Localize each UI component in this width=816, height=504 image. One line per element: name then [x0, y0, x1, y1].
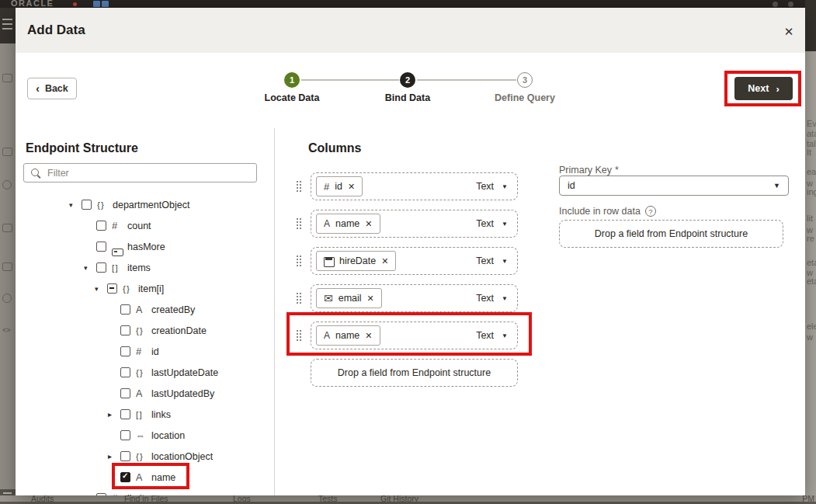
- row-data-drop-target[interactable]: Drop a field from Endpoint structure: [559, 220, 783, 248]
- checkbox[interactable]: [120, 346, 130, 356]
- column-row[interactable]: email ✕ Text ▼: [311, 284, 518, 312]
- column-type-dropdown[interactable]: Text ▼: [476, 255, 508, 266]
- checkbox[interactable]: [96, 493, 106, 495]
- expand-arrow-icon[interactable]: [84, 264, 96, 272]
- field-chip-name[interactable]: name ✕: [316, 214, 380, 234]
- chevron-down-icon: ▼: [502, 221, 508, 228]
- tree-item-label: createdBy: [151, 304, 195, 315]
- column-row[interactable]: name ✕ Text ▼: [311, 322, 518, 349]
- expand-arrow-icon[interactable]: [108, 452, 120, 461]
- checkbox[interactable]: [96, 262, 106, 273]
- expand-arrow-icon[interactable]: [95, 285, 107, 293]
- database-icon: [2, 224, 12, 232]
- drag-handle-icon[interactable]: [296, 255, 301, 266]
- tree-item-items[interactable]: items: [16, 257, 274, 278]
- checkbox[interactable]: [120, 367, 130, 377]
- drag-handle-icon[interactable]: [296, 329, 301, 341]
- page-icon: [2, 74, 12, 82]
- field-chip-email[interactable]: email ✕: [316, 288, 382, 308]
- next-button[interactable]: Next ›: [734, 77, 793, 100]
- checkbox-indeterminate[interactable]: [107, 283, 117, 294]
- checkbox[interactable]: [82, 200, 92, 210]
- tree-item-locationObject[interactable]: locationObject: [16, 446, 274, 467]
- array-icon: [112, 263, 127, 273]
- string-icon: [324, 218, 330, 229]
- field-chip-hireDate[interactable]: hireDate ✕: [316, 251, 396, 271]
- clipped-text: eta: [807, 276, 816, 286]
- checkbox[interactable]: [120, 304, 130, 315]
- endpoint-tree: departmentObject count hasMore items: [16, 194, 274, 495]
- number-icon: [112, 220, 127, 231]
- checkbox-checked[interactable]: [120, 472, 130, 482]
- tree-item-id[interactable]: id: [16, 341, 274, 362]
- dialog-header: Add Data ✕: [16, 8, 805, 53]
- tree-item-hasMore[interactable]: hasMore: [16, 236, 274, 257]
- tree-item-item-i[interactable]: item[i]: [16, 278, 274, 299]
- object-icon: [136, 368, 151, 377]
- header-badge: [93, 1, 100, 7]
- number-icon: [324, 181, 329, 193]
- step-1-indicator[interactable]: 1: [284, 72, 300, 88]
- checkbox[interactable]: [120, 430, 130, 440]
- drag-handle-icon[interactable]: [296, 217, 301, 229]
- checkbox[interactable]: [120, 388, 130, 398]
- clipped-text: re: [807, 234, 814, 243]
- field-chip-name[interactable]: name ✕: [316, 325, 380, 346]
- tree-item-name[interactable]: name: [16, 467, 274, 488]
- columns-drop-target[interactable]: Drop a field from Endpoint structure: [311, 359, 518, 387]
- primary-key-select[interactable]: id ▼: [559, 176, 789, 196]
- remove-field-icon[interactable]: ✕: [367, 294, 374, 304]
- filter-field[interactable]: [23, 163, 257, 182]
- tree-item-links[interactable]: links: [16, 404, 274, 425]
- column-row[interactable]: hireDate ✕ Text ▼: [311, 247, 518, 275]
- remove-field-icon[interactable]: ✕: [348, 182, 355, 192]
- tree-item-lastUpdateDate[interactable]: lastUpdateDate: [16, 362, 274, 383]
- required-asterisk: *: [615, 165, 619, 176]
- drag-handle-icon[interactable]: [296, 180, 301, 192]
- checkbox[interactable]: [120, 451, 130, 461]
- checkbox[interactable]: [120, 325, 130, 335]
- next-button-label: Next: [748, 83, 769, 94]
- tree-item-lastUpdatedBy[interactable]: lastUpdatedBy: [16, 383, 274, 404]
- calendar-icon: [324, 256, 334, 266]
- number-icon: [136, 346, 151, 357]
- help-question-icon[interactable]: ?: [645, 206, 656, 217]
- tree-item-limit[interactable]: limit: [16, 488, 274, 495]
- remove-field-icon[interactable]: ✕: [365, 331, 372, 341]
- expand-arrow-icon[interactable]: [108, 410, 120, 419]
- tree-item-label: id: [151, 346, 159, 357]
- filter-input[interactable]: [47, 168, 250, 179]
- tree-item-count[interactable]: count: [16, 215, 274, 236]
- tree-item-creationDate[interactable]: creationDate: [16, 320, 274, 341]
- tree-item-departmentObject[interactable]: departmentObject: [16, 194, 274, 215]
- column-row[interactable]: name ✕ Text ▼: [311, 210, 518, 238]
- briefcase-icon: [2, 262, 12, 271]
- column-type-dropdown[interactable]: Text ▼: [476, 293, 508, 304]
- tree-item-createdBy[interactable]: createdBy: [16, 299, 274, 320]
- step-3-indicator[interactable]: 3: [517, 72, 533, 88]
- string-icon: [136, 304, 151, 315]
- back-button-label: Back: [45, 83, 68, 94]
- tree-item-label: item[i]: [138, 283, 164, 294]
- field-chip-id[interactable]: id ✕: [316, 176, 363, 196]
- column-type-dropdown[interactable]: Text ▼: [476, 218, 508, 229]
- chevron-left-icon: ‹: [36, 82, 40, 95]
- search-icon: [30, 168, 41, 179]
- column-type-dropdown[interactable]: Text ▼: [476, 181, 508, 192]
- close-icon[interactable]: ✕: [780, 23, 797, 40]
- checkbox[interactable]: [96, 242, 106, 252]
- drag-handle-icon[interactable]: [296, 292, 301, 304]
- checkbox[interactable]: [120, 409, 130, 419]
- column-row[interactable]: id ✕ Text ▼: [311, 172, 518, 200]
- remove-field-icon[interactable]: ✕: [381, 256, 388, 266]
- tree-item-location[interactable]: location: [16, 425, 274, 446]
- remove-field-icon[interactable]: ✕: [365, 219, 372, 229]
- app-right-panel-edge: Ev ata tal It ea w ing lit w re eta w et…: [805, 0, 816, 504]
- expand-arrow-icon[interactable]: [69, 201, 82, 209]
- column-type-dropdown[interactable]: Text ▼: [476, 330, 508, 341]
- back-button[interactable]: ‹ Back: [27, 78, 77, 99]
- step-2-indicator[interactable]: 2: [400, 72, 415, 88]
- chevron-down-icon: ▼: [502, 332, 508, 339]
- chevron-down-icon: ▼: [502, 258, 508, 265]
- checkbox[interactable]: [96, 221, 106, 231]
